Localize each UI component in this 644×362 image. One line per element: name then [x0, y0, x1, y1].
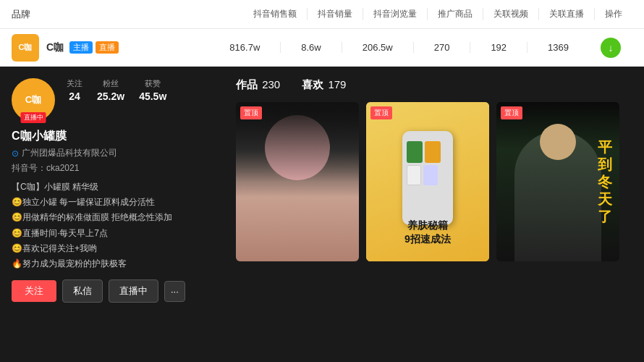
profile-name: C咖小罐膜	[12, 129, 213, 144]
brand-col-label: 品牌	[12, 8, 69, 21]
brand-metric-3: 270	[414, 42, 471, 53]
face-thumbnail	[236, 102, 359, 261]
brand-tag-anchor: 主播	[69, 41, 93, 54]
stat-follow-value: 24	[67, 90, 82, 102]
stat-fans-value: 25.2w	[97, 90, 124, 102]
more-button[interactable]: ···	[164, 281, 185, 302]
stat-fans: 粉丝 25.2w	[97, 78, 124, 102]
action-icon[interactable]: ↓	[601, 38, 621, 58]
brand-metric-1: 8.6w	[281, 42, 342, 53]
stat-follow-label: 关注	[67, 78, 82, 89]
brand-row: C咖 C咖 主播 直播 816.7w 8.6w 206.5w 270 192 1…	[0, 29, 644, 67]
video-card-0[interactable]: 置顶	[236, 102, 359, 261]
nav-metric-videos: 关联视频	[483, 8, 539, 20]
stats-row: 关注 24 粉丝 25.2w 获赞 45.5w	[67, 78, 166, 102]
left-panel: C咖 直播中 关注 24 粉丝 25.2w 获赞 45.5w C咖小罐膜	[0, 67, 224, 362]
stat-likes: 获赞 45.5w	[139, 78, 166, 102]
brand-metric-0: 816.7w	[209, 42, 281, 53]
bio-line-1: 😊独立小罐 每一罐保证原料成分活性	[12, 195, 213, 209]
action-buttons: 关注 私信 直播中 ···	[12, 279, 213, 303]
video-card-2[interactable]: 平 到 冬 天 了 置顶	[496, 102, 619, 261]
brand-tag-live: 直播	[96, 41, 119, 54]
avatar-logo-text: C咖	[25, 93, 41, 106]
stat-fans-label: 粉丝	[97, 78, 124, 89]
video-grid: 置顶	[236, 102, 632, 261]
brand-metric-2: 206.5w	[342, 42, 414, 53]
video-tag-2: 置顶	[501, 106, 522, 119]
stat-likes-value: 45.5w	[139, 90, 166, 102]
stat-likes-label: 获赞	[139, 78, 166, 89]
tiktok-id: 抖音号：cka2021	[12, 162, 213, 174]
nav-metric-promo: 推广商品	[428, 8, 483, 20]
brand-metrics: 816.7w 8.6w 206.5w 270 192 1369	[209, 42, 589, 53]
bio-line-3: 😊直播时间·每天早上7点	[12, 227, 213, 240]
yellow-overlay: 平 到 冬 天 了	[598, 138, 612, 225]
video-card-1[interactable]: 养肤秘籍 9招速成法 置顶	[366, 102, 489, 261]
works-header: 作品 230 喜欢 179	[236, 78, 632, 92]
person-thumbnail: 平 到 冬 天 了	[496, 102, 619, 261]
company-icon: ⊙	[12, 148, 19, 159]
brand-name-label: C咖	[46, 41, 64, 54]
message-button[interactable]: 私信	[62, 279, 103, 303]
right-panel: 作品 230 喜欢 179 置顶	[224, 67, 644, 362]
brand-metric-5: 1369	[528, 42, 589, 53]
brand-logo: C咖	[12, 34, 39, 62]
video-tag-1: 置顶	[370, 106, 392, 119]
bio-line-0: 【C咖】小罐膜 精华级	[12, 180, 213, 194]
phone-mockup	[402, 131, 453, 225]
video-overlay-text: 养肤秘籍 9招速成法	[366, 219, 489, 247]
stat-follow: 关注 24	[67, 78, 82, 102]
top-nav: 品牌 抖音销售额 抖音销量 抖音浏览量 推广商品 关联视频 关联直播 操作	[0, 0, 644, 29]
brand-action: ↓	[589, 38, 632, 58]
avatar: C咖 直播中	[12, 78, 55, 122]
nav-op-label: 操作	[595, 8, 632, 20]
likes-count: 喜欢 179	[302, 78, 346, 92]
nav-metrics: 抖音销售额 抖音销量 抖音浏览量 推广商品 关联视频 关联直播 操作	[243, 8, 632, 20]
main-content: C咖 直播中 关注 24 粉丝 25.2w 获赞 45.5w C咖小罐膜	[0, 67, 644, 362]
brand-metric-4: 192	[470, 42, 528, 53]
live-badge: 直播中	[21, 112, 46, 123]
bio-line-2: 😊用做精华的标准做面膜 拒绝概念性添加	[12, 211, 213, 224]
nav-metric-live: 关联直播	[539, 8, 595, 20]
video-tag-0: 置顶	[240, 106, 262, 119]
profile-header: C咖 直播中 关注 24 粉丝 25.2w 获赞 45.5w	[12, 78, 213, 122]
nav-metric-sales: 抖音销售额	[243, 8, 308, 20]
live-button[interactable]: 直播中	[109, 279, 158, 303]
products-thumbnail: 养肤秘籍 9招速成法	[366, 102, 489, 261]
company-name: 广州团爆品科技有限公司	[22, 147, 117, 159]
bio-line-4: 😊喜欢记得关注+我哟	[12, 242, 213, 256]
nav-metric-volume: 抖音销量	[308, 8, 363, 20]
bio-line-5: 🔥努力成为最宠粉的护肤极客	[12, 257, 213, 271]
brand-tags: 主播 直播	[69, 41, 119, 54]
follow-button[interactable]: 关注	[12, 280, 56, 302]
profile-company: ⊙ 广州团爆品科技有限公司	[12, 147, 213, 159]
nav-metric-views: 抖音浏览量	[363, 8, 428, 20]
brand-logo-text: C咖	[19, 43, 33, 51]
bio: 【C咖】小罐膜 精华级 😊独立小罐 每一罐保证原料成分活性 😊用做精华的标准做面…	[12, 180, 213, 271]
works-count: 作品 230	[236, 78, 280, 92]
